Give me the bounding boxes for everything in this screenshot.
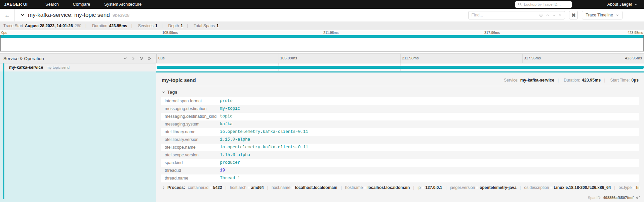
keyboard-shortcuts-button[interactable]: ⌘ [569, 11, 578, 19]
tag-row: thread.nameThread-1 [161, 174, 639, 182]
process-key: jaeger.version [450, 185, 480, 190]
chevron-up-icon [546, 13, 550, 17]
service-operation-header: Service & Operation [0, 54, 156, 63]
detail-label: Service: [504, 78, 518, 83]
nav-item-search[interactable]: Search [38, 2, 66, 7]
tag-key: otel.library.version [161, 136, 217, 144]
summary-value: 1 [216, 23, 219, 28]
tag-row: thread.id19 [161, 167, 639, 174]
summary-label: Trace Start [3, 23, 23, 28]
brand-link[interactable]: JAEGER UI [4, 2, 28, 7]
summary-trace-start: Trace StartAugust 28 2022, 14:01:26.280 [3, 23, 81, 28]
nav-item-compare[interactable]: Compare [66, 2, 97, 7]
timeline-tick: 423.95ms [625, 56, 642, 60]
timeline-ticks-header: 0μs 105.99ms 211.98ms 317.96ms 423.95ms [156, 54, 644, 63]
span-detail-panel: my-topic send Service:my-kafka-service D… [156, 71, 644, 202]
span-detail-title: my-topic send [162, 77, 196, 83]
tag-value: 1.15.0-alpha [216, 151, 639, 159]
process-value: 127.0.0.1 [425, 185, 442, 190]
trace-summary-bar: Trace StartAugust 28 2022, 14:01:26.280 … [0, 21, 644, 30]
process-item: ip127.0.0.1 [410, 185, 442, 190]
minimap-left-handle[interactable] [0, 35, 1, 51]
minimap-tick: 317.96ms [483, 31, 500, 35]
tags-section-toggle[interactable]: Tags [162, 90, 639, 95]
tag-key: otel.library.name [161, 128, 217, 136]
prev-match-button[interactable] [546, 13, 550, 17]
tag-value: proto [216, 97, 639, 105]
close-icon [559, 13, 562, 17]
expand-one-button[interactable] [131, 56, 135, 61]
find-input[interactable] [471, 13, 539, 17]
detail-service: Service:my-kafka-service [504, 78, 554, 83]
chevron-down-icon [552, 13, 556, 17]
expand-collapse-controls [123, 56, 152, 61]
minimap-tick-labels: 0μs 105.99ms 211.98ms 317.96ms 423.95ms [0, 30, 644, 35]
tag-key: messaging.destination [161, 105, 217, 113]
span-detail-region: my-topic send Service:my-kafka-service D… [0, 71, 644, 202]
tag-value: Thread-1 [216, 174, 639, 182]
focus-match-button[interactable] [539, 13, 543, 17]
column-resize-handle[interactable] [154, 59, 155, 62]
top-nav: JAEGER UI Search Compare System Architec… [0, 0, 644, 9]
span-duration-bar[interactable] [157, 66, 644, 69]
tag-value: io.opentelemetry.kafka-clients-0.11 [216, 144, 639, 151]
process-value: linux [636, 185, 639, 190]
collapse-all-button[interactable] [139, 56, 144, 61]
process-key: hostname [345, 185, 367, 190]
double-chevron-down-icon [139, 56, 144, 61]
process-item: os.typelinux [611, 185, 639, 190]
expand-all-button[interactable] [147, 56, 152, 61]
process-value: localhost.localdomain [367, 185, 410, 190]
trace-view-selector[interactable]: Trace Timeline [582, 11, 622, 19]
summary-services: Services1 [127, 23, 158, 28]
chevron-right-icon [162, 186, 165, 189]
collapse-trace-chevron-icon[interactable] [20, 13, 25, 17]
tag-value: io.opentelemetry.kafka-clients-0.11 [216, 128, 639, 136]
copy-span-link-button[interactable] [636, 195, 640, 200]
span-row[interactable]: my-kafka-service my-topic send [0, 63, 644, 71]
clear-find-button[interactable] [559, 13, 562, 17]
about-jaeger-menu[interactable]: About Jaeger [607, 2, 637, 7]
span-detail-left-panel [0, 71, 156, 202]
summary-value-ms: .280 [74, 23, 81, 28]
next-match-button[interactable] [552, 13, 556, 17]
tags-table: internal.span.formatproto messaging.dest… [161, 97, 639, 182]
trace-id-lookup[interactable] [515, 1, 572, 8]
lookup-input[interactable] [524, 2, 569, 6]
trace-header-controls: ⌘ Trace Timeline [468, 11, 622, 19]
minimap-tick: 0μs [0, 31, 7, 35]
tag-row: messaging.systemkafka [161, 120, 639, 128]
chevron-down-icon [162, 91, 165, 94]
gridline [483, 38, 483, 51]
span-name-cell[interactable]: my-kafka-service my-topic send [0, 63, 156, 71]
process-key: ip [417, 185, 425, 190]
summary-label: Depth [168, 23, 179, 28]
chevron-right-icon [131, 56, 135, 61]
collapse-one-button[interactable] [123, 56, 127, 61]
trace-title: my-kafka-service: my-topic send9be3928 [28, 12, 129, 18]
back-button[interactable]: ← [0, 9, 15, 21]
tag-row: messaging.destinationmy-topic [161, 105, 639, 113]
tag-row: internal.span.formatproto [161, 97, 639, 105]
tag-row: otel.library.nameio.opentelemetry.kafka-… [161, 128, 639, 136]
process-key: container.id [188, 185, 213, 190]
process-item: host.archamd64 [222, 185, 264, 190]
tag-value: my-topic [216, 105, 639, 113]
timeline-tick: 105.99ms [279, 56, 297, 60]
process-value: 5422 [213, 185, 222, 190]
summary-label: Duration [92, 23, 107, 28]
span-detail-header: my-topic send Service:my-kafka-service D… [161, 77, 639, 86]
timeline-tick: 0μs [157, 56, 165, 60]
tag-key: otel.scope.version [161, 151, 217, 159]
span-detail-overview: Service:my-kafka-service Duration:423.95… [504, 78, 639, 83]
process-toggle[interactable]: Process: container.id5422 host.archamd64… [161, 185, 639, 190]
focus-icon [539, 13, 543, 17]
detail-label: Duration: [564, 78, 580, 83]
summary-value: 1 [181, 23, 183, 28]
summary-total-spans: Total Spans1 [183, 23, 219, 28]
nav-item-system-architecture[interactable]: System Architecture [97, 2, 149, 7]
tag-key: internal.span.format [161, 97, 217, 105]
find-controls [539, 13, 562, 17]
span-id-label: SpanID: [588, 196, 601, 200]
timeline-minimap[interactable] [0, 35, 644, 52]
